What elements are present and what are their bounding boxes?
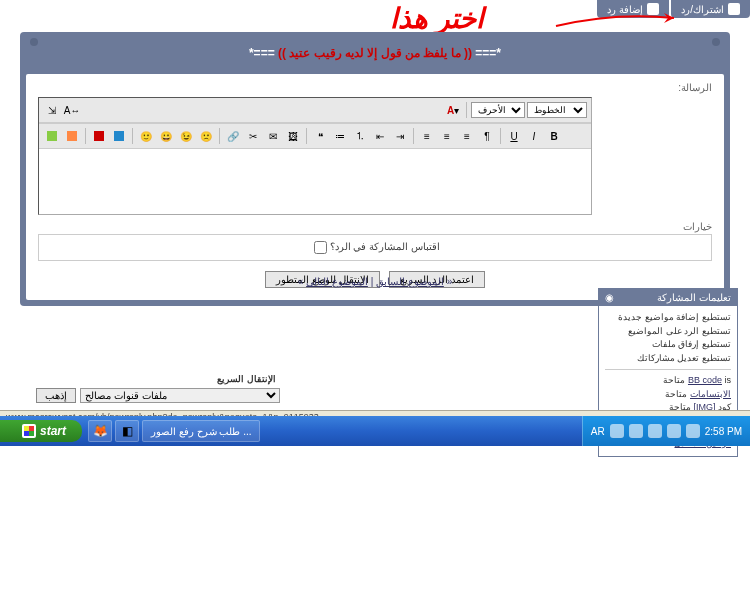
quick-nav-go-button[interactable]: إذهب <box>36 388 76 403</box>
taskbar-clock[interactable]: 2:58 PM <box>705 426 742 437</box>
new-reply-label: اشتراك/رد <box>681 4 724 15</box>
windows-taskbar: start 🦊 ◧ طلب شرح رفع الصور ... AR 2:58 … <box>0 416 750 446</box>
rule-line-2: تستطيع الرد على المواضيع <box>605 325 731 339</box>
quote-icon[interactable]: ❝ <box>311 127 329 145</box>
bold-icon[interactable]: B <box>545 127 563 145</box>
taskbar-app-icon[interactable]: ◧ <box>115 420 139 442</box>
format-icon-2[interactable] <box>63 127 81 145</box>
taskbar-active-window[interactable]: طلب شرح رفع الصور ... <box>142 420 260 442</box>
annotation-arrow <box>556 14 684 32</box>
editor-area: الرسالة: ⇲ A↔ A▾ الأحرف الخطوط 🙂 😀 <box>26 74 724 300</box>
start-button[interactable]: start <box>0 420 82 442</box>
taskbar-items: 🦊 ◧ طلب شرح رفع الصور ... <box>88 420 260 442</box>
panel-dot-left <box>30 38 38 46</box>
align-center-icon[interactable]: ≡ <box>438 127 456 145</box>
format-icon-1[interactable] <box>43 127 61 145</box>
next-thread-link[interactable]: الموضوع التالي <box>306 276 368 287</box>
message-textarea[interactable] <box>39 149 591 214</box>
rule-line-3: تستطيع إرفاق ملفات <box>605 338 731 352</box>
rtl-icon[interactable]: ¶ <box>478 127 496 145</box>
indent-icon[interactable]: ⇥ <box>391 127 409 145</box>
bbcode-link[interactable]: BB code <box>688 375 722 385</box>
smiley-icon-2[interactable]: 😀 <box>157 127 175 145</box>
taskbar-firefox-icon[interactable]: 🦊 <box>88 420 112 442</box>
switch-mode-icon[interactable]: A↔ <box>63 101 81 119</box>
align-left-icon[interactable]: ≡ <box>458 127 476 145</box>
image-icon[interactable]: 🖼 <box>284 127 302 145</box>
smiley-icon-4[interactable]: 🙁 <box>197 127 215 145</box>
quick-nav-select[interactable]: ملفات قنوات مصالح <box>80 388 280 403</box>
tray-icon-4[interactable] <box>667 424 681 438</box>
editor-toolbar-row-1: ⇲ A↔ A▾ الأحرف الخطوط <box>39 98 591 123</box>
rule-line-1: تستطيع إضافة مواضيع جديدة <box>605 311 731 325</box>
thread-nav-links: « الموضوع السابق | الموضوع التالي » <box>0 276 750 287</box>
font-family-select[interactable]: الخطوط <box>527 102 587 118</box>
options-box: اقتباس المشاركة في الرد؟ <box>38 234 712 261</box>
tray-icon-1[interactable] <box>610 424 624 438</box>
underline-icon[interactable]: U <box>505 127 523 145</box>
smilies-link[interactable]: الابتسامات <box>690 389 731 399</box>
quick-nav-label: الإنتقال السريع <box>217 374 276 384</box>
tray-icon-3[interactable] <box>648 424 662 438</box>
message-label: الرسالة: <box>38 82 712 93</box>
rich-text-editor: ⇲ A↔ A▾ الأحرف الخطوط 🙂 😀 😉 🙁 <box>38 97 592 215</box>
tray-icon-2[interactable] <box>629 424 643 438</box>
tray-icon-5[interactable] <box>686 424 700 438</box>
list-ul-icon[interactable]: ≔ <box>331 127 349 145</box>
prev-thread-link[interactable]: الموضوع السابق <box>376 276 444 287</box>
thread-title: *=== (( ما يلفظ من قول إلا لديه رقيب عتي… <box>26 38 724 74</box>
link-icon[interactable]: 🔗 <box>224 127 242 145</box>
outdent-icon[interactable]: ⇤ <box>371 127 389 145</box>
system-tray: AR 2:58 PM <box>582 416 750 446</box>
quote-checkbox[interactable] <box>314 241 327 254</box>
unlink-icon[interactable]: ✂ <box>244 127 262 145</box>
expand-editor-icon[interactable]: ⇲ <box>43 101 61 119</box>
color-picker-icon[interactable]: A▾ <box>444 101 462 119</box>
smiley-icon-1[interactable]: 🙂 <box>137 127 155 145</box>
new-reply-icon <box>728 3 740 15</box>
rules-header: تعليمات المشاركة ◉ <box>599 289 737 306</box>
annotation-choose-this: اختر هذا <box>390 2 484 35</box>
italic-icon[interactable]: I <box>525 127 543 145</box>
font-size-select[interactable]: الأحرف <box>471 102 525 118</box>
email-icon[interactable]: ✉ <box>264 127 282 145</box>
editor-toolbar-row-2: 🙂 😀 😉 🙁 🔗 ✂ ✉ 🖼 ❝ ≔ ⒈ ⇤ ⇥ ≡ ≡ ≡ ¶ <box>39 123 591 149</box>
add-reply-label: إضافة رد <box>607 4 643 15</box>
rules-collapse-icon[interactable]: ◉ <box>605 292 614 303</box>
options-label: خيارات <box>38 221 712 232</box>
rule-line-4: تستطيع تعديل مشاركاتك <box>605 352 731 366</box>
smiley-icon-3[interactable]: 😉 <box>177 127 195 145</box>
reply-panel: *=== (( ما يلفظ من قول إلا لديه رقيب عتي… <box>20 32 730 306</box>
align-right-icon[interactable]: ≡ <box>418 127 436 145</box>
media-icon[interactable] <box>110 127 128 145</box>
youtube-icon[interactable] <box>90 127 108 145</box>
quick-navigation: الإنتقال السريع إذهب ملفات قنوات مصالح <box>36 388 280 403</box>
panel-dot-right <box>712 38 720 46</box>
language-indicator[interactable]: AR <box>591 426 605 437</box>
windows-logo-icon <box>22 424 36 438</box>
quote-option-label[interactable]: اقتباس المشاركة في الرد؟ <box>310 241 440 252</box>
list-ol-icon[interactable]: ⒈ <box>351 127 369 145</box>
